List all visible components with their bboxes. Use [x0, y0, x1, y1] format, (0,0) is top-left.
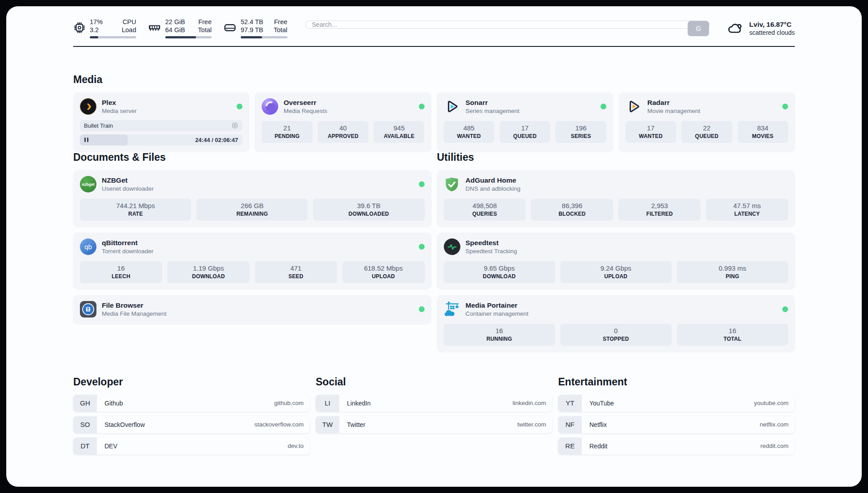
- bookmark-abbr: LI: [316, 395, 339, 412]
- stat-rate: 744.21 Mbps RATE: [80, 199, 191, 221]
- media-heading: Media: [73, 74, 795, 86]
- speedtest-card[interactable]: Speedtest Speedtest Tracking 9.65 Gbps D…: [437, 233, 795, 289]
- bookmark-name: Github: [104, 400, 123, 407]
- bookmark-dev[interactable]: DT DEV dev.to: [73, 438, 310, 455]
- bookmark-github[interactable]: GH Github github.com: [73, 395, 310, 412]
- bookmark-name: DEV: [104, 443, 117, 450]
- section-media: Media Plex Media server: [73, 74, 795, 151]
- nzbget-card[interactable]: nzbget NZBGet Usenet downloader 744.21 M…: [73, 170, 431, 226]
- bookmark-name: Reddit: [589, 443, 607, 450]
- status-dot: [782, 104, 788, 109]
- weather-location-temp: Lviv, 16.87°C: [749, 20, 795, 29]
- stat-wanted: 485 WANTED: [444, 121, 494, 143]
- section-documents: Documents & Files nzbget NZBGet Usenet d…: [73, 151, 431, 324]
- stat-upload: 618.52 Mbps UPLOAD: [342, 261, 425, 283]
- social-heading: Social: [316, 376, 552, 388]
- service-name: Overseerr: [284, 98, 327, 107]
- bookmark-reddit[interactable]: RE Reddit reddit.com: [558, 438, 795, 455]
- service-name: Plex: [102, 98, 137, 107]
- bookmark-abbr: RE: [558, 438, 582, 455]
- search-provider-button[interactable]: G: [688, 21, 709, 36]
- stat-movies: 834 MOVIES: [738, 121, 788, 143]
- service-name: Sonarr: [466, 98, 520, 107]
- service-name: Media Portainer: [466, 301, 529, 309]
- service-desc: Usenet downloader: [102, 185, 154, 193]
- disk-total: 97.9 TB: [241, 26, 263, 34]
- stat-pending: 21 PENDING: [262, 121, 312, 143]
- qbittorrent-card[interactable]: qb qBittorrent Torrent downloader 16 LEE…: [73, 233, 431, 289]
- stat-remaining: 266 GB REMAINING: [196, 199, 308, 221]
- bookmark-abbr: YT: [558, 395, 582, 412]
- search-input[interactable]: [305, 21, 710, 29]
- adguard-card[interactable]: AdGuard Home DNS and adblocking 498,508 …: [437, 170, 795, 226]
- stat-available: 945 AVAILABLE: [374, 121, 424, 143]
- bookmark-url: github.com: [274, 400, 310, 406]
- bookmark-twitter[interactable]: TW Twitter twitter.com: [316, 416, 552, 433]
- memory-free: 22 GiB: [165, 18, 188, 26]
- stat-latency: 47.57 ms LATENCY: [706, 199, 788, 221]
- overseerr-card[interactable]: Overseerr Media Requests 21 PENDING 40 A…: [255, 92, 431, 151]
- stat-total: 16 TOTAL: [677, 324, 788, 346]
- service-desc: Series management: [466, 107, 520, 115]
- bookmark-abbr: TW: [316, 416, 339, 433]
- service-name: File Browser: [102, 301, 167, 309]
- stat-download: 9.65 Gbps DOWNLOAD: [444, 261, 555, 283]
- service-desc: Speedtest Tracking: [466, 247, 517, 255]
- filebrowser-card[interactable]: File Browser Media File Management: [73, 295, 431, 324]
- header-divider: [73, 46, 795, 47]
- stat-seed: 471 SEED: [255, 261, 337, 283]
- utilities-heading: Utilities: [437, 151, 795, 163]
- stat-running: 16 RUNNING: [444, 324, 555, 346]
- bookmark-name: StackOverflow: [104, 421, 145, 428]
- cpu-percent: 17%: [90, 18, 112, 26]
- dashboard-page: 17% 3.2 CPU Load: [6, 6, 862, 487]
- disk-icon: [223, 21, 237, 36]
- cpu-loadavg: 3.2: [90, 26, 112, 34]
- memory-progress-bar: [165, 36, 212, 38]
- service-name: Speedtest: [466, 238, 517, 247]
- stat-queries: 498,508 QUERIES: [444, 199, 526, 221]
- bookmark-stackoverflow[interactable]: SO StackOverflow stackoverflow.com: [73, 416, 310, 433]
- stat-ping: 0.993 ms PING: [677, 261, 788, 283]
- speedtest-icon: [444, 238, 460, 255]
- playback-progress-row: 24:44 / 02:06:47: [80, 134, 242, 146]
- player-settings-icon[interactable]: [231, 122, 238, 129]
- filebrowser-icon: [80, 301, 96, 318]
- bookmark-group-developer: Developer GH Github github.com SO StackO…: [73, 376, 310, 455]
- adguard-icon: [444, 176, 460, 192]
- weather-widget: Lviv, 16.87°C scattered clouds: [727, 20, 795, 37]
- bookmark-abbr: DT: [73, 438, 97, 455]
- radarr-card[interactable]: Radarr Movie management 17 WANTED 22 QUE…: [619, 92, 795, 151]
- cpu-icon: [73, 21, 86, 36]
- stat-downloaded: 39.6 TB DOWNLOADED: [313, 199, 424, 221]
- memory-free-label: Free: [196, 18, 212, 26]
- disk-free: 52.4 TB: [241, 18, 263, 26]
- pause-button[interactable]: [80, 134, 128, 146]
- disk-total-label: Total: [272, 26, 288, 34]
- sonarr-card[interactable]: Sonarr Series management 485 WANTED 17 Q…: [437, 92, 613, 151]
- service-desc: DNS and adblocking: [466, 185, 521, 193]
- stat-series: 196 SERIES: [555, 121, 606, 143]
- bookmark-linkedin[interactable]: LI LinkedIn linkedin.com: [316, 395, 552, 412]
- status-dot: [601, 104, 606, 109]
- bookmark-youtube[interactable]: YT YouTube youtube.com: [558, 395, 795, 412]
- system-stats: 17% 3.2 CPU Load: [73, 18, 288, 38]
- service-name: AdGuard Home: [466, 176, 521, 184]
- radarr-icon: [626, 98, 642, 115]
- service-desc: Media File Management: [102, 310, 167, 318]
- bookmark-abbr: GH: [73, 395, 97, 412]
- top-bar: 17% 3.2 CPU Load: [73, 18, 795, 38]
- memory-total-label: Total: [196, 26, 212, 34]
- plex-card[interactable]: Plex Media server Bullet Train: [73, 92, 249, 151]
- stat-filtered: 2,953 FILTERED: [618, 199, 701, 221]
- portainer-card[interactable]: Media Portainer Container management 16 …: [437, 295, 795, 351]
- service-desc: Media Requests: [284, 107, 327, 115]
- bookmark-url: reddit.com: [760, 443, 795, 449]
- bookmark-url: stackoverflow.com: [255, 421, 310, 428]
- bookmark-netflix[interactable]: NF Netflix netflix.com: [558, 416, 795, 433]
- sonarr-icon: [444, 98, 460, 115]
- bookmark-abbr: SO: [73, 416, 97, 433]
- portainer-icon: [444, 301, 460, 318]
- stat-queued: 17 QUEUED: [500, 121, 550, 143]
- bookmark-name: YouTube: [589, 400, 614, 407]
